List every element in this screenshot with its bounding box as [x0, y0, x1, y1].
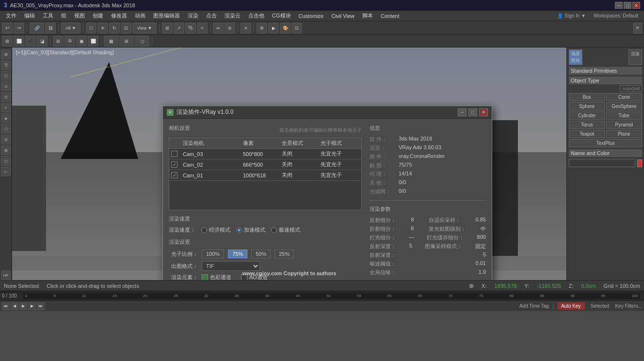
menu-civilview[interactable]: Civil View — [327, 12, 358, 20]
obj-tube[interactable]: Tube — [606, 111, 643, 120]
unlink-btn[interactable]: ⛓ — [45, 23, 56, 33]
tb2-btn3[interactable]: ⬛ — [25, 36, 36, 47]
table-row[interactable]: Cam_03 500*800 关闭 先宜光子 — [169, 149, 361, 159]
tb2-view-btn3[interactable]: ◻ — [135, 36, 149, 47]
tb2-btn4[interactable]: ◪ — [37, 36, 48, 47]
menu-modifiers[interactable]: 修改器 — [107, 11, 131, 20]
tb2-btn2[interactable]: ⬜ — [14, 36, 24, 47]
menu-content[interactable]: Content — [377, 12, 403, 20]
play-start-btn[interactable]: ⏮ — [2, 302, 10, 310]
tb2-btn8[interactable]: ⬜ — [88, 36, 98, 47]
radio-accelerate[interactable]: 加速模式 — [236, 226, 265, 234]
obj-cylinder[interactable]: Cylinder — [569, 111, 605, 120]
select-btn[interactable]: ⬡ — [86, 23, 97, 33]
cam02-checkbox[interactable] — [171, 161, 177, 168]
percent-50-btn[interactable]: 50% — [251, 250, 271, 258]
dialog-close-btn[interactable]: ✕ — [479, 109, 488, 116]
scene-tab[interactable]: 场景统化 — [569, 49, 582, 65]
mirror-btn[interactable]: ⇔ — [213, 23, 224, 33]
menu-customize[interactable]: Customize — [295, 12, 328, 20]
obj-plane[interactable]: Plane — [606, 130, 643, 138]
select-mode-btn[interactable]: All ▼ — [61, 23, 80, 33]
tb2-view-btn2[interactable]: ⊞ — [119, 36, 134, 47]
render-btn[interactable]: ▶ — [268, 23, 279, 33]
tb2-btn6[interactable]: ⧉ — [64, 36, 75, 47]
table-row[interactable]: Cam_01 1000*618 关闭 先宜光子 — [169, 170, 361, 181]
next-frame-btn[interactable]: ▶ — [28, 302, 36, 310]
left-btn-9[interactable]: ⊟ — [1, 135, 11, 144]
menu-create[interactable]: 创建 — [89, 11, 107, 20]
percent-25-btn[interactable]: 25% — [274, 250, 294, 258]
prev-frame-btn[interactable]: ◀ — [11, 302, 18, 310]
extra-btn[interactable]: R — [633, 23, 642, 33]
key-filters-btn[interactable]: Key Filters... — [615, 303, 642, 309]
minimize-btn[interactable]: ─ — [615, 2, 623, 9]
menu-cloud[interactable]: 渲染云 — [221, 11, 244, 20]
menu-file[interactable]: 文件 — [2, 11, 20, 20]
left-btn-bottom[interactable]: HF — [1, 270, 11, 280]
dialog-restore-btn[interactable]: □ — [468, 109, 477, 116]
color-swatch[interactable] — [637, 159, 642, 167]
output-format-select[interactable]: TIF JPG PNG EXR — [202, 261, 260, 271]
menu-click[interactable]: 点击 — [202, 11, 221, 20]
left-btn-3[interactable]: ◻ — [1, 71, 11, 80]
obj-torus[interactable]: Torus — [569, 121, 605, 129]
menu-views[interactable]: 视图 — [70, 11, 89, 20]
render-tab[interactable]: 渲染 — [628, 49, 642, 65]
obj-teapot[interactable]: Teapot — [569, 130, 605, 138]
left-btn-11[interactable]: ◻ — [1, 156, 11, 166]
redo-btn[interactable]: ↪ — [14, 23, 24, 33]
cam01-checkbox[interactable] — [171, 172, 177, 178]
left-btn-10[interactable]: ⊞ — [1, 145, 11, 155]
render-frame-btn[interactable]: ⊡ — [291, 23, 302, 33]
tb2-view-btn1[interactable]: ▦ — [104, 36, 118, 47]
snap-btn[interactable]: ⊞ — [162, 23, 173, 33]
left-btn-7[interactable]: ◈ — [1, 113, 11, 123]
tb2-btn1[interactable]: ⊞ — [2, 36, 13, 47]
percent-snap-btn[interactable]: % — [185, 23, 196, 33]
color-channel-cb[interactable] — [202, 274, 208, 280]
obj-sphere[interactable]: Sphere — [569, 102, 605, 110]
radio-economic[interactable]: 经济模式 — [201, 226, 230, 234]
name-input[interactable] — [569, 159, 635, 167]
viewport[interactable]: [+1][Cam_03][Standard][Default Shading] — [12, 47, 566, 280]
link-btn[interactable]: 🔗 — [30, 23, 44, 33]
close-btn[interactable]: ✕ — [632, 2, 640, 9]
tb2-btn5[interactable]: ⊞ — [53, 36, 64, 47]
left-btn-6[interactable]: ≡ — [1, 103, 11, 112]
cam03-checkbox[interactable] — [171, 151, 177, 157]
move-btn[interactable]: ✛ — [97, 23, 108, 33]
obj-box[interactable]: Box — [569, 93, 605, 101]
restore-btn[interactable]: □ — [624, 2, 631, 9]
left-btn-5[interactable]: ⊡ — [1, 92, 11, 102]
material-editor-btn[interactable]: 🎨 — [280, 23, 290, 33]
left-btn-2[interactable]: ☰ — [1, 60, 11, 70]
layer-btn[interactable]: ≡ — [241, 23, 251, 33]
radio-extreme[interactable]: 极速模式 — [271, 226, 300, 234]
autogrid-btn[interactable]: AutoGrid — [620, 85, 642, 92]
angle-snap-btn[interactable]: ↗ — [174, 23, 184, 33]
obj-geosphere[interactable]: GeoSphere — [606, 102, 643, 110]
left-btn-1[interactable]: ⊞ — [1, 49, 11, 59]
menu-graph-editors[interactable]: 图形编辑器 — [149, 11, 184, 20]
percent-75-btn[interactable]: 75% — [228, 250, 247, 258]
left-btn-8[interactable]: ⬡ — [1, 124, 11, 134]
render-setup-btn[interactable]: ⚙ — [257, 23, 267, 33]
menu-animation[interactable]: 动画 — [131, 11, 149, 20]
table-row[interactable]: Cam_02 666*500 关闭 先宜光子 — [169, 159, 361, 170]
play-end-btn[interactable]: ⏭ — [37, 302, 45, 310]
tb2-btn7[interactable]: ▣ — [76, 36, 87, 47]
menu-group[interactable]: 组 — [57, 11, 70, 20]
spinner-snap-btn[interactable]: ≈ — [197, 23, 208, 33]
menu-rendering[interactable]: 渲染 — [184, 11, 202, 20]
menu-cgmodule[interactable]: CG模块 — [268, 11, 295, 20]
obj-cone[interactable]: Cone — [606, 93, 643, 101]
menu-scripts[interactable]: 脚本 — [358, 11, 377, 20]
menu-clickhe[interactable]: 点击他 — [244, 11, 268, 20]
add-time-tag-btn[interactable]: Add Time Tag — [519, 303, 549, 309]
percent-100-btn[interactable]: 100% — [202, 250, 224, 258]
menu-edit[interactable]: 编辑 — [20, 11, 39, 20]
rotate-btn[interactable]: ↻ — [109, 23, 120, 33]
align-btn[interactable]: ⊜ — [225, 23, 235, 33]
obj-pyramid[interactable]: Pyramid — [606, 121, 643, 129]
